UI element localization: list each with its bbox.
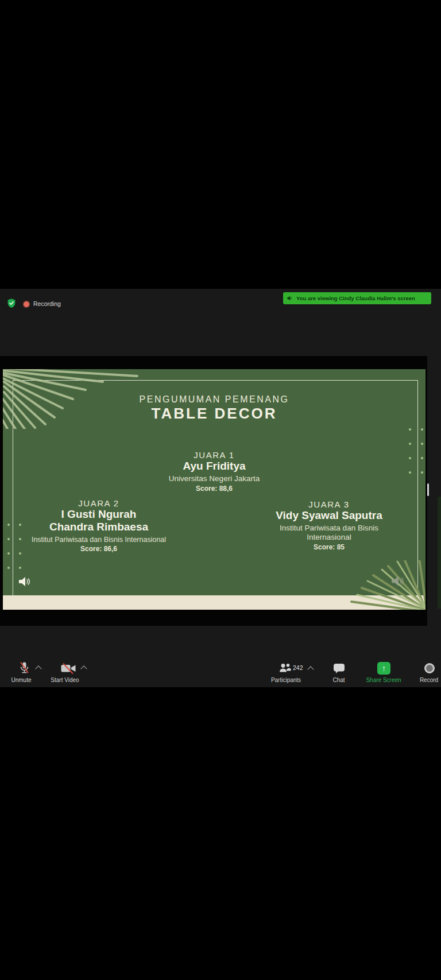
screen-viewing-banner[interactable]: You are viewing Cindy Claudia Halim's sc…: [283, 292, 431, 304]
winner-3-score: Score: 85: [249, 543, 409, 551]
security-shield-icon[interactable]: [6, 298, 17, 308]
winner-2-block: JUARA 2 I Gusti Ngurah Chandra Rimbaesa …: [3, 498, 195, 553]
deco-dot: [409, 471, 411, 474]
deco-dot: [7, 567, 10, 569]
deco-dot: [409, 443, 411, 445]
winner-1-block: JUARA 1 Ayu Friditya Universitas Negeri …: [3, 450, 425, 493]
participants-icon[interactable]: [279, 663, 291, 676]
volume-icon-muted: [391, 575, 405, 590]
deco-dot: [19, 567, 21, 569]
participants-button[interactable]: Participants: [271, 677, 301, 683]
deco-dot: [409, 428, 411, 431]
winner-1-name: Ayu Friditya: [3, 460, 425, 472]
share-screen-icon[interactable]: ↑: [377, 662, 390, 675]
deco-dot: [421, 443, 423, 445]
scrollbar-thumb[interactable]: [427, 483, 429, 496]
deco-dot: [19, 538, 21, 540]
video-muted-icon[interactable]: [61, 663, 76, 676]
winner-3-rank: JUARA 3: [249, 499, 409, 509]
winner-1-institution: Universitas Negeri Jakarta: [3, 474, 425, 483]
volume-icon: [18, 576, 31, 590]
recording-label: Recording: [33, 300, 61, 307]
participants-count: 242: [293, 664, 303, 671]
winner-3-institution-line1: Institut Pariwisata dan Bisnis: [249, 524, 409, 533]
banner-audio-icon: [287, 295, 293, 301]
share-screen-button[interactable]: Share Screen: [366, 677, 401, 683]
deco-dot: [421, 428, 423, 431]
start-video-button[interactable]: Start Video: [51, 677, 79, 683]
winner-3-block: JUARA 3 Vidy Syawal Saputra Institut Par…: [249, 499, 409, 551]
banner-text: You are viewing Cindy Claudia Halim's sc…: [296, 295, 415, 301]
deco-dot: [7, 524, 10, 526]
unmute-button[interactable]: Unmute: [11, 677, 31, 683]
record-button[interactable]: Record: [420, 677, 438, 683]
palm-leaf-top-left-icon: [3, 369, 143, 429]
winner-2-name-line1: I Gusti Ngurah: [3, 508, 195, 521]
deco-dot: [7, 552, 10, 555]
chat-button[interactable]: Chat: [332, 677, 345, 683]
mic-muted-icon[interactable]: [19, 661, 30, 677]
deco-dot: [19, 524, 21, 526]
winner-2-name-line2: Chandra Rimbaesa: [3, 521, 195, 533]
deco-dot: [421, 457, 423, 459]
winner-2-rank: JUARA 2: [3, 498, 195, 508]
deco-dot: [19, 552, 21, 555]
winner-1-rank: JUARA 1: [3, 450, 425, 460]
winner-2-institution: Institut Pariwisata dan Bisnis Internasi…: [3, 536, 195, 544]
winner-3-name: Vidy Syawal Saputra: [249, 509, 409, 522]
chat-icon[interactable]: [333, 663, 345, 676]
deco-dot: [409, 457, 411, 459]
presentation-slide: PENGUMUMAN PEMENANG TABLE DECOR JUARA 1 …: [3, 369, 425, 610]
record-icon[interactable]: [424, 663, 435, 673]
adjacent-panel-edge: [438, 497, 441, 609]
winner-1-score: Score: 88,6: [3, 485, 425, 493]
recording-dot-icon: [24, 301, 29, 307]
deco-dot: [7, 538, 10, 540]
winner-2-score: Score: 86,6: [3, 545, 195, 553]
winner-3-institution-line2: Internasional: [249, 533, 409, 542]
palm-leaf-bottom-right-icon: [350, 560, 425, 610]
deco-dot: [421, 471, 423, 474]
